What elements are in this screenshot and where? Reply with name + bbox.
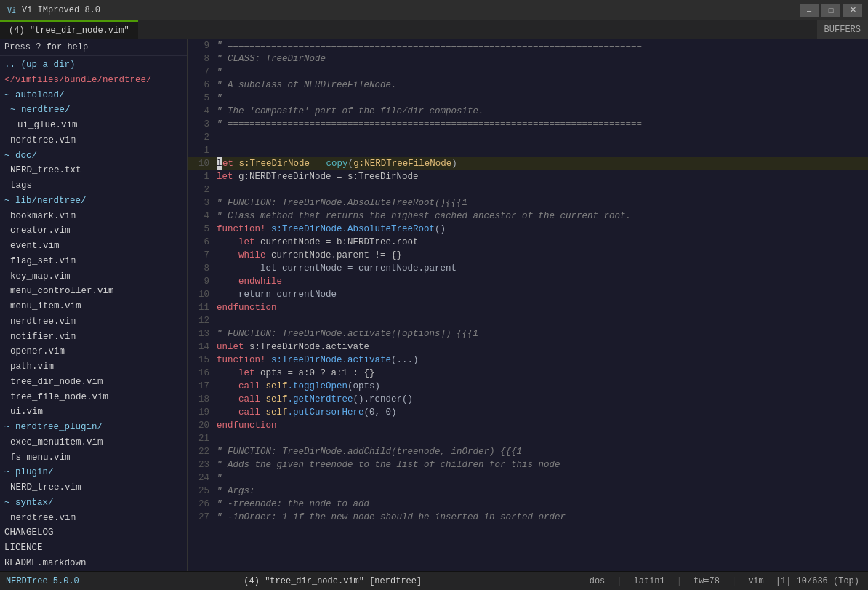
sidebar-item[interactable]: tree_file_node.vim xyxy=(0,390,187,405)
code-line: 23" Adds the given treenode to the list … xyxy=(188,458,868,471)
line-number: 26 xyxy=(188,498,217,511)
line-content xyxy=(217,432,868,445)
line-number: 24 xyxy=(188,471,217,485)
code-line: 6 let currentNode = b:NERDTree.root xyxy=(188,236,868,249)
tab-label: (4) "tree_dir_node.vim" xyxy=(9,25,129,36)
code-line: 6" A subclass of NERDTreeFileNode. xyxy=(188,79,868,92)
line-number: 21 xyxy=(188,432,217,445)
sidebar-item[interactable]: bookmark.vim xyxy=(0,209,187,224)
status-latin1: latin1 xyxy=(631,576,668,586)
sidebar-item[interactable]: fs_menu.vim xyxy=(0,450,187,466)
sidebar-item[interactable]: opener.vim xyxy=(0,344,187,359)
code-line: 18 call self.getNerdtree().render() xyxy=(188,393,868,406)
line-number: 1 xyxy=(188,170,217,183)
line-number: 10 xyxy=(188,157,217,170)
line-content xyxy=(217,131,868,144)
sidebar-item[interactable]: ~ lib/nerdtree/ xyxy=(0,194,187,209)
status-nerdtree: NERDTree 5.0.0 xyxy=(0,576,85,586)
code-line: 7" xyxy=(188,65,868,79)
line-number: 27 xyxy=(188,511,217,524)
line-content: " Class method that returns the highest … xyxy=(217,210,868,223)
code-line: 8 let currentNode = currentNode.parent xyxy=(188,262,868,275)
sidebar-item[interactable]: tree_dir_node.vim xyxy=(0,375,187,390)
code-line: 11endfunction xyxy=(188,301,868,314)
sidebar-item[interactable]: .. (up a dir) xyxy=(0,57,187,73)
sidebar-item[interactable]: README.markdown xyxy=(0,556,187,571)
line-number: 6 xyxy=(188,236,217,249)
sidebar-item[interactable]: exec_menuitem.vim xyxy=(0,435,187,450)
sidebar-item[interactable]: NERD_tree.vim xyxy=(0,480,187,495)
code-scroll[interactable]: 9" =====================================… xyxy=(188,39,868,571)
code-line: 25" Args: xyxy=(188,485,868,498)
line-content: function! s:TreeDirNode.activate(...) xyxy=(217,354,868,367)
line-content: let opts = a:0 ? a:1 : {} xyxy=(217,367,868,380)
line-content: " xyxy=(217,471,868,485)
sidebar-item[interactable]: menu_item.vim xyxy=(0,299,187,314)
code-line: 26" -treenode: the node to add xyxy=(188,498,868,511)
sidebar-item[interactable]: key_map.vim xyxy=(0,269,187,284)
code-line: 9" =====================================… xyxy=(188,39,868,52)
code-area: 9" =====================================… xyxy=(188,39,868,571)
line-content: call self.putCursorHere(0, 0) xyxy=(217,406,868,419)
sidebar-item[interactable]: </vimfiles/bundle/nerdtree/ xyxy=(0,73,187,88)
line-number: 17 xyxy=(188,380,217,393)
main-layout: Press ? for help .. (up a dir)</vimfiles… xyxy=(0,39,868,571)
line-number: 9 xyxy=(188,39,217,52)
code-line: 12 xyxy=(188,314,868,327)
status-right: dos | latin1 | tw=78 | vim |1| 10/636 (T… xyxy=(581,576,868,586)
sidebar-item[interactable]: ui_glue.vim xyxy=(0,118,187,133)
sidebar-item[interactable]: CHANGELOG xyxy=(0,525,187,541)
line-number: 8 xyxy=(188,52,217,65)
line-content xyxy=(217,183,868,196)
line-number: 20 xyxy=(188,419,217,432)
line-number: 10 xyxy=(188,288,217,301)
sidebar-item[interactable]: ~ autoload/ xyxy=(0,88,187,103)
sidebar-item[interactable]: creator.vim xyxy=(0,223,187,239)
sidebar-item[interactable]: nerdtree.vim xyxy=(0,511,187,526)
sidebar-item[interactable]: ~ plugin/ xyxy=(0,465,187,480)
line-number: 2 xyxy=(188,131,217,144)
line-content: " A subclass of NERDTreeFileNode. xyxy=(217,79,868,92)
line-content: let currentNode = b:NERDTree.root xyxy=(217,236,868,249)
maximize-button[interactable]: □ xyxy=(821,4,840,17)
line-number: 3 xyxy=(188,196,217,210)
line-content: unlet s:TreeDirNode.activate xyxy=(217,340,868,354)
code-line: 2 xyxy=(188,131,868,144)
code-line: 22" FUNCTION: TreeDirNode.addChild(treen… xyxy=(188,445,868,458)
sidebar-item[interactable]: path.vim xyxy=(0,359,187,375)
line-content: " xyxy=(217,65,868,79)
sidebar-item[interactable]: ui.vim xyxy=(0,404,187,420)
sidebar-item[interactable]: ~ doc/ xyxy=(0,148,187,164)
minimize-button[interactable]: – xyxy=(800,4,819,17)
line-number: 7 xyxy=(188,249,217,262)
sidebar-item[interactable]: flag_set.vim xyxy=(0,254,187,269)
code-line: 9 endwhile xyxy=(188,275,868,288)
sidebar-item[interactable]: ~ nerdtree_plugin/ xyxy=(0,420,187,435)
sidebar-item[interactable]: notifier.vim xyxy=(0,330,187,345)
titlebar-title: Vi IMproved 8.0 xyxy=(22,5,100,15)
close-button[interactable]: ✕ xyxy=(843,4,862,17)
sidebar-item[interactable]: nerdtree.vim xyxy=(0,314,187,330)
status-dos: dos xyxy=(587,576,608,586)
sidebar-item[interactable]: menu_controller.vim xyxy=(0,284,187,299)
code-line: 7 while currentNode.parent != {} xyxy=(188,249,868,262)
code-line: 5" xyxy=(188,92,868,105)
sidebar-item[interactable]: LICENCE xyxy=(0,541,187,556)
sidebar[interactable]: Press ? for help .. (up a dir)</vimfiles… xyxy=(0,39,188,571)
line-number: 4 xyxy=(188,210,217,223)
buffers-button[interactable]: BUFFERS xyxy=(817,20,868,39)
sidebar-help: Press ? for help xyxy=(0,39,187,56)
sidebar-item[interactable]: NERD_tree.txt xyxy=(0,163,187,178)
sidebar-item[interactable]: nerdtree.vim xyxy=(0,133,187,148)
titlebar: Vi Vi IMproved 8.0 – □ ✕ xyxy=(0,0,868,20)
sidebar-item[interactable]: ~ syntax/ xyxy=(0,495,187,511)
sidebar-item[interactable]: ~ nerdtree/ xyxy=(0,103,187,118)
line-content: " FUNCTION: TreeDirNode.activate([option… xyxy=(217,327,868,340)
sidebar-item[interactable]: tags xyxy=(0,178,187,194)
tab-tree-dir-node[interactable]: (4) "tree_dir_node.vim" xyxy=(0,20,138,39)
tabbar: (4) "tree_dir_node.vim" BUFFERS xyxy=(0,20,868,39)
code-line: 21 xyxy=(188,432,868,445)
line-content: function! s:TreeDirNode.AbsoluteTreeRoot… xyxy=(217,223,868,236)
code-line: 3" =====================================… xyxy=(188,118,868,131)
sidebar-item[interactable]: event.vim xyxy=(0,239,187,254)
